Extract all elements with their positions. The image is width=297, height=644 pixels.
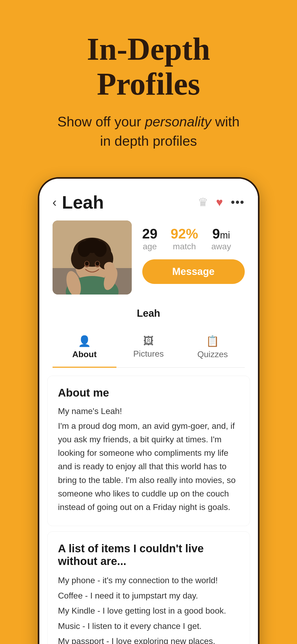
hero-title: In-DepthProfiles [16,32,281,102]
list-item-3: My Kindle - I love getting lost in a goo… [58,603,239,619]
heart-icon[interactable]: ♥ [216,196,223,209]
profile-header: ‹ Leah ♛ ♥ ••• [39,179,258,220]
crown-icon[interactable]: ♛ [198,195,208,209]
message-button[interactable]: Message [142,259,245,284]
profile-stats: 29 age 92% match 9mi away Message [142,220,245,284]
svg-point-14 [96,261,99,266]
hero-section: In-DepthProfiles Show off your personali… [0,0,297,167]
list-item-2: Coffee - I need it to jumpstart my day. [58,588,239,604]
profile-photo [53,220,132,295]
tabs: 👤 About 🖼 Pictures 📋 Quizzes [53,327,245,368]
tab-about-label: About [72,349,97,359]
profile-name-header: Leah [56,192,198,213]
list-item-4: Music - I listen to it every chance I ge… [58,619,239,634]
tab-pictures[interactable]: 🖼 Pictures [116,327,181,367]
hero-subtitle: Show off your personality within depth p… [16,112,281,151]
svg-point-18 [104,262,115,272]
tab-quizzes-label: Quizzes [197,349,228,359]
list-item-1: My phone - it's my connection to the wor… [58,573,239,588]
cant-live-without-list: My phone - it's my connection to the wor… [58,573,239,644]
stats-row: 29 age 92% match 9mi away [142,226,245,251]
distance-label: away [211,242,231,251]
age-stat: 29 age [142,226,158,251]
back-button[interactable]: ‹ [53,195,57,209]
distance-stat: 9mi away [211,226,231,251]
tab-about[interactable]: 👤 About [53,327,117,367]
about-icon: 👤 [53,335,117,347]
about-me-text: My name's Leah! I'm a proud dog mom, an … [58,404,239,514]
cant-live-without-section: A list of items I couldn't live without … [47,531,250,644]
profile-sections: About me My name's Leah! I'm a proud dog… [39,376,258,644]
svg-point-10 [83,238,101,253]
about-me-section: About me My name's Leah! I'm a proud dog… [47,376,250,526]
pictures-icon: 🖼 [116,335,181,347]
match-stat: 92% match [171,226,198,251]
cant-live-without-title: A list of items I couldn't live without … [58,542,239,568]
svg-point-13 [85,261,89,266]
about-me-title: About me [58,387,239,399]
profile-content: 29 age 92% match 9mi away Message [39,220,258,302]
match-value: 92% [171,226,198,242]
header-icons: ♛ ♥ ••• [198,195,244,209]
quizzes-icon: 📋 [181,335,245,347]
age-value: 29 [142,226,158,242]
tab-pictures-label: Pictures [133,349,164,358]
distance-value: 9mi [211,226,231,242]
list-item-5: My passport - I love exploring new place… [58,634,239,644]
phone-frame: ‹ Leah ♛ ♥ ••• [38,177,260,644]
match-label: match [173,242,196,251]
tab-quizzes[interactable]: 📋 Quizzes [181,327,245,367]
age-label: age [143,242,157,251]
profile-name-below: Leah [39,302,258,327]
more-options-button[interactable]: ••• [231,196,244,209]
